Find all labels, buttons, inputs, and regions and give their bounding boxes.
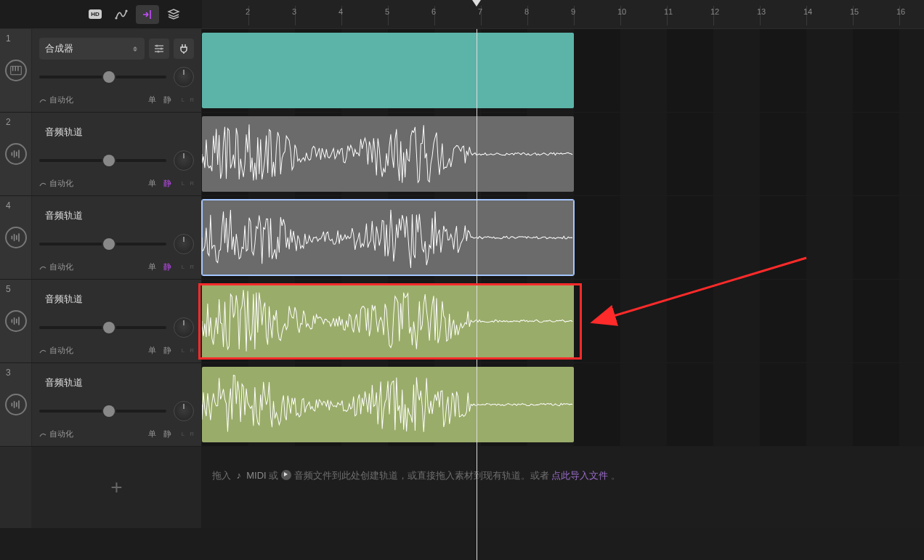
track-row: 5音频轨道自动化单静LR xyxy=(0,280,924,363)
ruler-bar-label: 9 xyxy=(571,7,575,16)
automation-toggle[interactable]: 自动化 xyxy=(39,94,73,105)
mute-button[interactable]: 静 xyxy=(163,429,171,439)
mute-button[interactable]: 静 xyxy=(163,94,171,105)
ruler-bar-label: 7 xyxy=(478,7,482,16)
svg-rect-5 xyxy=(17,66,18,71)
track-name[interactable]: 音频轨道 xyxy=(39,288,194,310)
tracks-container: 1合成器自动化单静LR2音频轨道自动化单静LR4音频轨道自动化单静LR5音频轨道… xyxy=(0,29,924,560)
svg-rect-4 xyxy=(15,66,15,71)
playhead[interactable] xyxy=(477,29,477,560)
playhead-marker[interactable] xyxy=(472,0,481,7)
track-number: 4 xyxy=(6,200,11,211)
import-file-link[interactable]: 点此导入文件 xyxy=(551,470,608,481)
svg-rect-3 xyxy=(12,66,12,71)
svg-rect-19 xyxy=(16,319,17,323)
volume-slider[interactable] xyxy=(39,159,166,162)
mute-button[interactable]: 静 xyxy=(163,345,171,356)
chevron-updown-icon xyxy=(133,44,139,53)
svg-rect-18 xyxy=(13,317,15,325)
clip[interactable] xyxy=(202,283,574,359)
track-lane[interactable] xyxy=(202,196,924,279)
toolbar-left: HD xyxy=(0,0,202,28)
audio-icon[interactable] xyxy=(5,227,27,248)
track-name[interactable]: 音频轨道 xyxy=(39,121,194,143)
audio-icon[interactable] xyxy=(5,394,27,415)
track-lane[interactable] xyxy=(202,363,924,446)
add-track-button[interactable]: + xyxy=(32,447,202,528)
solo-button[interactable]: 单 xyxy=(148,178,156,189)
automation-toggle[interactable]: 自动化 xyxy=(39,429,73,439)
track-name[interactable]: 音频轨道 xyxy=(39,205,194,227)
track-name[interactable]: 音频轨道 xyxy=(39,372,194,394)
mute-button[interactable]: 静 xyxy=(163,178,171,189)
layers-button[interactable] xyxy=(162,5,185,24)
automation-toggle[interactable]: 自动化 xyxy=(39,261,73,272)
track-row: 1合成器自动化单静LR xyxy=(0,29,924,113)
svg-point-6 xyxy=(155,44,158,46)
svg-rect-20 xyxy=(18,317,20,325)
drop-area-row: +拖入 ♪ MIDI 或 音频文件到此处创建轨道，或直接拖入素材到现有轨道。或者… xyxy=(0,447,924,528)
ruler-bar-label: 3 xyxy=(292,7,296,16)
audio-icon[interactable] xyxy=(5,310,27,332)
track-lane[interactable] xyxy=(202,280,924,362)
solo-button[interactable]: 单 xyxy=(148,345,156,356)
track-row: 3音频轨道自动化单静LR xyxy=(0,363,924,447)
lr-indicator: LR xyxy=(182,97,194,103)
svg-rect-22 xyxy=(13,401,15,408)
svg-rect-11 xyxy=(16,152,17,156)
drop-area[interactable]: 拖入 ♪ MIDI 或 音频文件到此处创建轨道，或直接拖入素材到现有轨道。或者 … xyxy=(202,447,924,528)
pan-knob[interactable] xyxy=(174,150,194,171)
volume-slider[interactable] xyxy=(39,76,166,78)
ruler-bar-label: 10 xyxy=(617,7,626,16)
ruler-bar-label: 15 xyxy=(850,7,859,16)
clip[interactable] xyxy=(202,33,574,108)
ruler-bar-label: 14 xyxy=(803,7,812,16)
volume-slider[interactable] xyxy=(39,410,166,413)
ruler-bar-label: 16 xyxy=(896,7,905,16)
plug-icon[interactable] xyxy=(174,38,194,59)
pan-knob[interactable] xyxy=(174,317,194,338)
track-number: 5 xyxy=(6,284,11,294)
automation-toggle[interactable]: 自动化 xyxy=(39,178,73,189)
pan-knob[interactable] xyxy=(174,401,194,421)
audio-file-icon xyxy=(281,470,291,480)
track-header: 音频轨道自动化单静LR xyxy=(32,280,202,362)
sliders-icon[interactable] xyxy=(149,38,169,59)
snap-button[interactable] xyxy=(136,5,159,24)
piano-icon[interactable] xyxy=(5,60,27,81)
hd-button[interactable]: HD xyxy=(84,5,107,24)
pan-knob[interactable] xyxy=(174,67,194,87)
track-number: 2 xyxy=(6,117,11,127)
svg-rect-14 xyxy=(13,234,15,241)
note-icon: ♪ xyxy=(234,467,244,485)
solo-button[interactable]: 单 xyxy=(148,261,156,272)
track-row: 2音频轨道自动化单静LR xyxy=(0,113,924,196)
clip[interactable] xyxy=(202,116,574,192)
mute-button[interactable]: 静 xyxy=(163,261,171,272)
clip[interactable] xyxy=(202,200,574,275)
automation-curve-button[interactable] xyxy=(110,5,133,24)
automation-toggle[interactable]: 自动化 xyxy=(39,345,73,356)
track-header: 音频轨道自动化单静LR xyxy=(32,113,202,195)
svg-rect-23 xyxy=(16,402,17,407)
ruler-bar-label: 8 xyxy=(524,7,529,16)
top-toolbar: HD 2345678910111213141516 xyxy=(0,0,924,29)
track-lane[interactable] xyxy=(202,29,924,112)
track-row: 4音频轨道自动化单静LR xyxy=(0,196,924,280)
lr-indicator: LR xyxy=(182,180,194,187)
ruler-bar-label: 12 xyxy=(710,7,719,16)
svg-rect-12 xyxy=(18,150,20,158)
audio-icon[interactable] xyxy=(5,143,27,165)
track-lane[interactable] xyxy=(202,113,924,195)
volume-slider[interactable] xyxy=(39,326,166,329)
pan-knob[interactable] xyxy=(174,234,194,254)
timeline-ruler[interactable]: 2345678910111213141516 xyxy=(202,0,924,28)
track-name[interactable]: 合成器 xyxy=(39,38,145,60)
lr-indicator: LR xyxy=(182,347,194,354)
volume-slider[interactable] xyxy=(39,243,166,245)
track-header: 音频轨道自动化单静LR xyxy=(32,196,202,279)
clip[interactable] xyxy=(202,367,574,442)
solo-button[interactable]: 单 xyxy=(148,94,156,105)
svg-rect-13 xyxy=(11,236,12,240)
solo-button[interactable]: 单 xyxy=(148,429,156,439)
